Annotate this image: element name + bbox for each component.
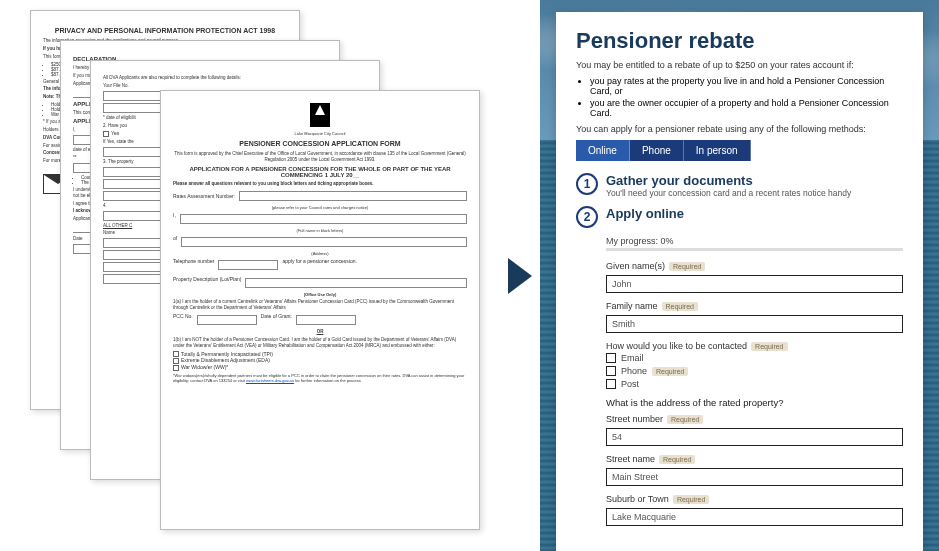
contact-question: How would you like to be contacted (606, 341, 747, 351)
checkbox-phone[interactable] (606, 366, 616, 376)
progress-label: My progress: 0% (606, 236, 903, 246)
tab-in-person[interactable]: In person (684, 140, 751, 161)
family-name-input[interactable] (606, 315, 903, 333)
paper1-title: PRIVACY AND PERSONAL INFORMATION PROTECT… (43, 27, 287, 34)
transition-arrow (500, 0, 540, 551)
online-form: My progress: 0% Given name(s)Required Fa… (576, 236, 903, 526)
form-title: PENSIONER CONCESSION APPLICATION FORM (173, 140, 467, 147)
street-number-input[interactable] (606, 428, 903, 446)
council-logo (310, 103, 330, 127)
step-2: 2 Apply online (576, 206, 903, 228)
given-name-input[interactable] (606, 275, 903, 293)
paper-application-form: Lake Macquarie City Council PENSIONER CO… (160, 90, 480, 530)
checkbox-email[interactable] (606, 353, 616, 363)
checkbox-post[interactable] (606, 379, 616, 389)
street-name-input[interactable] (606, 468, 903, 486)
step-1-desc: You'll need your concession card and a r… (606, 188, 851, 198)
method-tabs: Online Phone In person (576, 140, 903, 161)
page-title: Pensioner rebate (576, 28, 903, 54)
intro-text: You may be entitled to a rebate of up to… (576, 60, 903, 70)
step-number-2: 2 (576, 206, 598, 228)
street-name-label: Street name (606, 454, 655, 464)
rebate-modal: Pensioner rebate You may be entitled to … (556, 12, 923, 551)
methods-text: You can apply for a pensioner rebate usi… (576, 124, 903, 134)
step-1: 1 Gather your documents You'll need your… (576, 173, 903, 198)
step-1-title: Gather your documents (606, 173, 851, 188)
online-form-panel: Pensioner rebate You may be entitled to … (540, 0, 939, 551)
step-2-title: Apply online (606, 206, 684, 221)
given-name-label: Given name(s) (606, 261, 665, 271)
tab-online[interactable]: Online (576, 140, 630, 161)
address-question: What is the address of the rated propert… (606, 397, 903, 408)
tab-phone[interactable]: Phone (630, 140, 684, 161)
step-number-1: 1 (576, 173, 598, 195)
family-name-label: Family name (606, 301, 658, 311)
arrow-right-icon (508, 258, 532, 294)
suburb-input[interactable] (606, 508, 903, 526)
suburb-label: Suburb or Town (606, 494, 669, 504)
street-number-label: Street number (606, 414, 663, 424)
progress-bar (606, 248, 903, 251)
eligibility-list: you pay rates at the property you live i… (590, 76, 903, 118)
required-badge: Required (669, 262, 705, 271)
paper-forms-stack: PRIVACY AND PERSONAL INFORMATION PROTECT… (0, 0, 500, 551)
